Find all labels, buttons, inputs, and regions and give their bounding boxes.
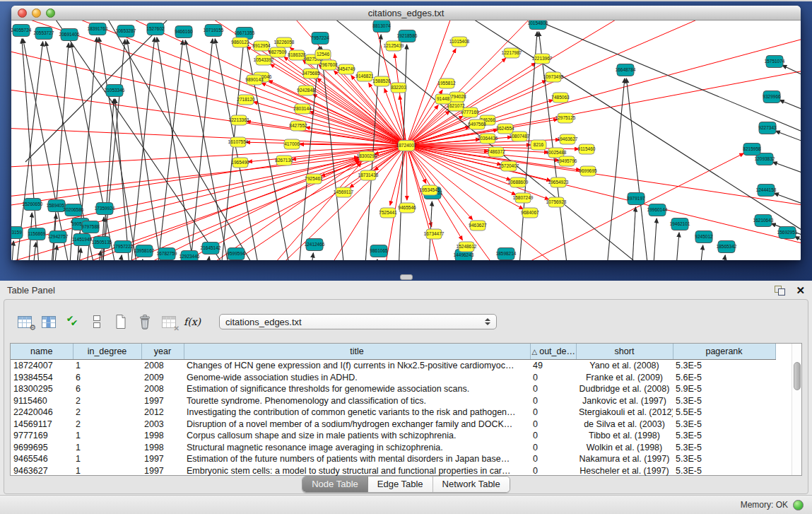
new-column-button[interactable] [110,312,131,332]
column-header-out-degree[interactable]: △out_de… [530,344,576,360]
cell-title[interactable]: Structural magnetic resonance image aver… [184,442,530,454]
cell-title[interactable]: Genome-wide association studies in ADHD. [184,372,530,384]
scrollbar-thumb[interactable] [794,362,801,390]
tab-network-table[interactable]: Network Table [433,477,510,492]
cell-pagerank[interactable]: 5.3E-5 [673,395,775,407]
cell-in-degree[interactable]: 1 [73,442,141,454]
cell-title[interactable]: Tourette syndrome. Phenomenology and cla… [184,395,530,407]
table-settings-button[interactable]: ⚙ [14,312,35,332]
tab-edge-table[interactable]: Edge Table [368,477,433,492]
cell-short[interactable]: Yano et al. (2008) [576,360,673,372]
cell-out-degree[interactable]: 0 [530,395,576,407]
cell-pagerank[interactable]: 5.3E-5 [673,453,775,465]
network-canvas[interactable]: 2405572420553727206914061839176310653287… [11,21,801,260]
table-row[interactable]: 1938455462009Genome-wide association stu… [11,372,793,384]
cell-title[interactable]: Estimation of the future numbers of pati… [184,453,530,465]
cell-year[interactable]: 2009 [141,372,184,384]
cell-name[interactable]: 22420046 [11,407,73,419]
function-builder-button[interactable]: f(x) [182,312,204,332]
delete-column-button[interactable] [134,312,155,332]
cell-in-degree[interactable]: 2 [73,395,141,407]
cell-title[interactable]: Embryonic stem cells: a model to study s… [184,465,530,477]
cell-in-degree[interactable]: 6 [73,372,141,384]
cell-out-degree[interactable]: 49 [530,360,576,372]
cell-in-degree[interactable]: 1 [73,465,141,477]
table-row[interactable]: 946362711997Embryonic stem cells: a mode… [11,465,793,477]
split-pane-grip[interactable] [400,274,413,280]
cell-year[interactable]: 1998 [141,430,184,442]
cell-short[interactable]: Franke et al. (2009) [576,372,673,384]
cell-pagerank[interactable]: 5.5E-5 [673,407,775,419]
cell-name[interactable]: 9465546 [11,453,73,465]
table-row[interactable]: 911546021997Tourette syndrome. Phenomeno… [11,395,793,407]
table-row[interactable]: 1830029562008Estimation of significance … [11,383,793,395]
window-titlebar[interactable]: citations_edges.txt [11,6,801,21]
show-columns-button[interactable] [38,312,59,332]
column-header-in-degree[interactable]: in_degree [73,344,141,360]
vertical-scrollbar[interactable] [792,344,801,475]
cell-year[interactable]: 2012 [141,407,184,419]
cell-year[interactable]: 1997 [141,453,184,465]
cell-short[interactable]: Hescheler et al. (1997) [576,465,673,477]
cell-title[interactable]: Disruption of a novel member of a sodium… [184,419,530,431]
table-row[interactable]: 946554611997Estimation of the future num… [11,453,793,465]
select-all-button[interactable]: ✔✔ [62,312,83,332]
cell-in-degree[interactable]: 2 [73,407,141,419]
column-header-short[interactable]: short [576,344,673,360]
cell-title[interactable]: Changes of HCN gene expression and I(f) … [184,360,530,372]
cell-name[interactable]: 19384554 [11,372,73,384]
cell-out-degree[interactable]: 0 [530,430,576,442]
column-header-name[interactable]: name [11,344,73,360]
cell-name[interactable]: 9699695 [11,442,73,454]
cell-year[interactable]: 1997 [141,395,184,407]
cell-out-degree[interactable]: 0 [530,383,576,395]
cell-out-degree[interactable]: 0 [530,419,576,431]
table-select-dropdown[interactable]: citations_edges.txt [219,314,497,329]
cell-pagerank[interactable]: 5.9E-5 [673,383,775,395]
cell-year[interactable]: 2008 [141,360,184,372]
column-header-pagerank[interactable]: pagerank [673,344,775,360]
cell-in-degree[interactable]: 2 [73,419,141,431]
float-panel-icon[interactable] [775,284,786,296]
unselect-all-button[interactable] [86,312,107,332]
cell-name[interactable]: 14569117 [11,419,73,431]
cell-pagerank[interactable]: 5.3E-5 [673,430,775,442]
column-header-title[interactable]: title [184,344,530,360]
cell-year[interactable]: 1998 [141,442,184,454]
close-panel-icon[interactable]: ✕ [796,285,805,296]
cell-pagerank[interactable]: 5.3E-5 [673,360,775,372]
cell-short[interactable]: Dudbridge et al. (2008) [576,383,673,395]
table-row[interactable]: 969969511998Structural magnetic resonanc… [11,442,793,454]
cell-name[interactable]: 9463627 [11,465,73,477]
cell-pagerank[interactable]: 5.3E-5 [673,442,775,454]
cell-name[interactable]: 18300295 [11,383,73,395]
cell-in-degree[interactable]: 1 [73,360,141,372]
cell-year[interactable]: 2003 [141,419,184,431]
cell-title[interactable]: Corpus callosum shape and size in male p… [184,430,530,442]
cell-out-degree[interactable]: 0 [530,453,576,465]
cell-out-degree[interactable]: 0 [530,372,576,384]
cell-name[interactable]: 9777169 [11,430,73,442]
cell-out-degree[interactable]: 0 [530,407,576,419]
table-row[interactable]: 1872400712008Changes of HCN gene express… [11,360,793,372]
cell-pagerank[interactable]: 5.3E-5 [673,419,775,431]
cell-in-degree[interactable]: 1 [73,453,141,465]
cell-short[interactable]: Nakamura et al. (1997) [576,453,673,465]
cell-pagerank[interactable]: 5.6E-5 [673,372,775,384]
cell-pagerank[interactable]: 5.3E-5 [673,465,775,477]
cell-title[interactable]: Investigating the contribution of common… [184,407,530,419]
cell-name[interactable]: 9115460 [11,395,73,407]
cell-in-degree[interactable]: 1 [73,430,141,442]
column-header-year[interactable]: year [141,344,184,360]
cell-year[interactable]: 2008 [141,383,184,395]
cell-year[interactable]: 1997 [141,465,184,477]
table-row[interactable]: 977716911998Corpus callosum shape and si… [11,430,793,442]
cell-short[interactable]: Jankovic et al. (1997) [576,395,673,407]
cell-short[interactable]: Tibbo et al. (1998) [576,430,673,442]
cell-short[interactable]: Wolkin et al. (1998) [576,442,673,454]
cell-in-degree[interactable]: 6 [73,383,141,395]
cell-short[interactable]: de Silva et al. (2003) [576,419,673,431]
cell-out-degree[interactable]: 0 [530,442,576,454]
table-row[interactable]: 1456911722003Disruption of a novel membe… [11,419,793,431]
cell-name[interactable]: 18724007 [11,360,73,372]
